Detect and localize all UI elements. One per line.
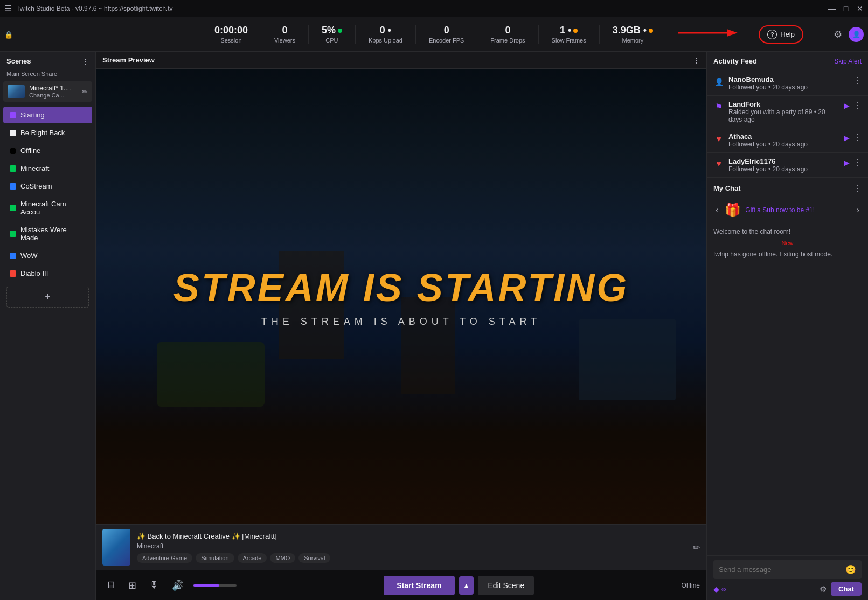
add-scene-button[interactable]: +: [6, 287, 89, 308]
activity-name-landfork: LandFork: [728, 100, 839, 108]
activity-name-nanobemuda: NanoBemuda: [728, 75, 849, 83]
chat-infinity-label: ∞: [721, 585, 726, 593]
titlebar-left: ☰ Twitch Studio Beta - v0.97.6 ~ https:/…: [4, 3, 172, 13]
my-chat-menu-icon[interactable]: ⋮: [853, 183, 862, 193]
scene-dot-wow: [10, 253, 16, 259]
tag-arcade[interactable]: Arcade: [238, 553, 267, 563]
chat-welcome-message: Welcome to the chat room!: [713, 228, 862, 235]
start-stream-dropdown[interactable]: ▲: [459, 576, 474, 595]
stat-encoder-fps-label: Encoder FPS: [429, 37, 464, 44]
stat-cpu-value: 5%: [322, 25, 342, 36]
titlebar-controls: — □ ✕: [828, 5, 864, 12]
chat-promo-next[interactable]: ›: [855, 203, 862, 217]
chat-emoji-button[interactable]: 😊: [845, 564, 856, 575]
layout-icon[interactable]: ⊞: [125, 576, 140, 595]
stream-edit-icon[interactable]: ✏: [693, 542, 700, 553]
chat-promo-prev[interactable]: ‹: [713, 203, 720, 217]
chat-messages: Welcome to the chat room! New fwhip has …: [707, 222, 868, 555]
scene-item-offline[interactable]: Offline: [3, 142, 92, 159]
source-preview[interactable]: Minecraft* 1.... Change Ca... ✏: [3, 81, 92, 102]
tag-adventure[interactable]: Adventure Game: [137, 553, 192, 563]
source-thumbnail: [8, 85, 25, 98]
scene-item-minecraft[interactable]: Minecraft: [3, 160, 92, 177]
sidebar-header: Scenes ⋮: [0, 52, 95, 68]
stat-session-value: 0:00:00: [214, 25, 248, 36]
chat-promo-banner[interactable]: ‹ 🎁 Gift a Sub now to be #1! ›: [707, 198, 868, 222]
chat-bottom-left: ◆ ∞: [713, 585, 726, 594]
my-chat-title: My Chat: [713, 184, 741, 192]
chat-divider-line-left: [713, 243, 777, 243]
start-stream-button[interactable]: Start Stream: [384, 576, 454, 595]
activity-desc-ladyelric: Followed you • 20 days ago: [728, 165, 839, 173]
stream-game: Minecraft: [137, 542, 686, 550]
source-name: Minecraft* 1....: [29, 85, 78, 92]
activity-actions-ladyelric: ▶ ⋮: [844, 157, 862, 168]
stream-title: ✨ Back to Minecraft Creative ✨ [Minecraf…: [137, 532, 686, 540]
scene-dot-minecraft-cam: [10, 205, 16, 211]
statsbar-right-icons: ⚙ 👤: [834, 27, 864, 42]
sidebar-menu-icon[interactable]: ⋮: [82, 57, 89, 65]
scene-dot-costream: [10, 183, 16, 190]
chat-settings-icon[interactable]: ⚙: [820, 584, 827, 594]
help-button[interactable]: ? Help: [759, 25, 803, 44]
stat-kbps: 0 • Kbps Upload: [356, 25, 416, 44]
game-thumbnail: [102, 529, 130, 566]
activity-play-landfork[interactable]: ▶: [844, 101, 850, 110]
settings-icon[interactable]: ⚙: [834, 29, 842, 40]
mic-icon[interactable]: 🎙: [146, 576, 162, 594]
scene-item-minecraft-cam[interactable]: Minecraft Cam Accou: [3, 196, 92, 220]
stat-frame-drops-value: 0: [505, 25, 510, 36]
volume-icon[interactable]: 🔊: [169, 576, 187, 595]
skip-alert-button[interactable]: Skip Alert: [834, 58, 862, 65]
scene-item-diablo[interactable]: Diablo III: [3, 265, 92, 282]
activity-more-ladyelric[interactable]: ⋮: [853, 157, 862, 168]
scene-dot-diablo: [10, 270, 16, 277]
minimize-button[interactable]: —: [828, 5, 836, 12]
scene-item-be-right-back[interactable]: Be Right Back: [3, 124, 92, 141]
tag-simulation[interactable]: Simulation: [196, 553, 234, 563]
volume-slider[interactable]: [193, 584, 237, 587]
scene-label-starting: Starting: [20, 111, 45, 119]
activity-more-landfork[interactable]: ⋮: [853, 100, 862, 110]
svg-marker-1: [727, 29, 738, 37]
chat-bits-icon: ◆: [713, 585, 719, 594]
scene-item-starting[interactable]: Starting: [3, 107, 92, 123]
activity-play-athaca[interactable]: ▶: [844, 134, 850, 142]
tag-mmo[interactable]: MMO: [270, 553, 295, 563]
stream-info-bar: ✨ Back to Minecraft Creative ✨ [Minecraf…: [96, 524, 706, 570]
scene-label-costream: CoStream: [20, 182, 52, 190]
chat-message-input[interactable]: [719, 566, 845, 574]
scene-label-minecraft-cam: Minecraft Cam Accou: [20, 200, 86, 216]
maximize-button[interactable]: □: [842, 5, 850, 12]
menu-icon[interactable]: ☰: [4, 3, 12, 13]
activity-name-athaca: Athaca: [728, 132, 839, 141]
close-button[interactable]: ✕: [856, 5, 864, 12]
source-info: Minecraft* 1.... Change Ca...: [29, 85, 78, 99]
activity-desc-nanobemuda: Followed you • 20 days ago: [728, 83, 849, 91]
activity-play-ladyelric[interactable]: ▶: [844, 158, 850, 167]
scene-item-wow[interactable]: WoW: [3, 247, 92, 264]
scene-label-minecraft: Minecraft: [20, 164, 49, 172]
help-label: Help: [780, 30, 795, 38]
user-avatar[interactable]: 👤: [849, 27, 864, 42]
activity-icon-raid: ⚑: [713, 101, 724, 112]
source-edit-icon[interactable]: ✏: [82, 88, 88, 96]
stat-encoder-fps-value: 0: [444, 25, 449, 36]
chat-send-button[interactable]: Chat: [831, 582, 862, 596]
cpu-status-dot: [338, 29, 342, 33]
activity-actions-landfork: ▶ ⋮: [844, 100, 862, 110]
scene-item-costream[interactable]: CoStream: [3, 178, 92, 194]
preview-sub-text: THE STREAM IS ABOUT TO START: [173, 316, 629, 327]
scene-dot-offline: [10, 148, 16, 154]
right-panel: Activity Feed Skip Alert 👤 NanoBemuda Fo…: [706, 52, 868, 600]
edit-scene-button[interactable]: Edit Scene: [478, 576, 534, 595]
statsbar: 🔒 0:00:00 Session 0 Viewers 5% CPU 0 • K…: [0, 17, 868, 52]
scene-item-mistakes[interactable]: Mistakes Were Made: [3, 221, 92, 246]
monitor-icon[interactable]: 🖥: [102, 576, 119, 594]
activity-more-nanobemuda[interactable]: ⋮: [853, 75, 862, 86]
tag-survival[interactable]: Survival: [298, 553, 330, 563]
titlebar: ☰ Twitch Studio Beta - v0.97.6 ~ https:/…: [0, 0, 868, 17]
activity-more-athaca[interactable]: ⋮: [853, 132, 862, 143]
stream-preview-menu-icon[interactable]: ⋮: [693, 56, 700, 64]
stream-preview-title: Stream Preview: [102, 56, 155, 64]
